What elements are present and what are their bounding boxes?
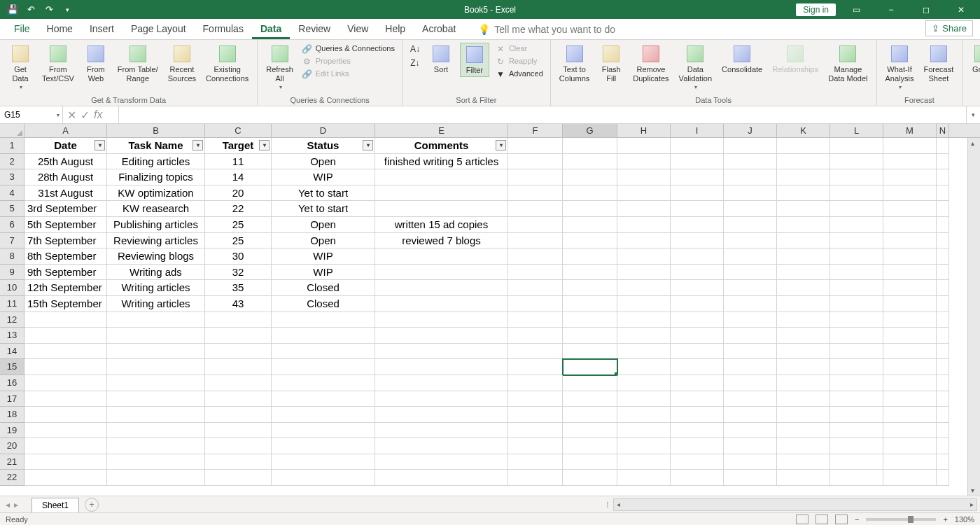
- cell[interactable]: [777, 423, 830, 439]
- cell[interactable]: [671, 217, 724, 233]
- cell[interactable]: [107, 438, 205, 454]
- cell[interactable]: [883, 407, 937, 423]
- cell[interactable]: [830, 438, 883, 454]
- cell[interactable]: [375, 328, 508, 344]
- cell[interactable]: [830, 233, 883, 249]
- enter-icon[interactable]: ✓: [80, 108, 90, 122]
- cell[interactable]: [617, 154, 671, 170]
- cell[interactable]: 31st August: [24, 186, 107, 202]
- cell[interactable]: Task Name▾: [107, 138, 205, 154]
- cell[interactable]: Reviewing articles: [107, 233, 205, 249]
- cell[interactable]: [777, 280, 830, 296]
- cell[interactable]: [830, 359, 883, 375]
- cell[interactable]: [671, 233, 724, 249]
- cell[interactable]: [777, 344, 830, 360]
- cell[interactable]: [777, 470, 830, 486]
- cell[interactable]: [508, 217, 563, 233]
- cell[interactable]: [563, 438, 617, 454]
- cell[interactable]: [671, 359, 724, 375]
- cell[interactable]: KW reasearch: [107, 201, 205, 217]
- cell[interactable]: Comments▾: [375, 138, 508, 154]
- cell[interactable]: [671, 344, 724, 360]
- cell[interactable]: [724, 438, 777, 454]
- cell[interactable]: [508, 138, 563, 154]
- cell[interactable]: [563, 391, 617, 407]
- cell[interactable]: [508, 296, 563, 312]
- cell[interactable]: [724, 407, 777, 423]
- cell[interactable]: [272, 359, 375, 375]
- cell[interactable]: [937, 248, 949, 265]
- row-header-3[interactable]: 3: [0, 169, 24, 186]
- cell[interactable]: [107, 344, 205, 360]
- name-box[interactable]: G15: [0, 106, 63, 123]
- row-header-15[interactable]: 15: [0, 359, 24, 375]
- cell[interactable]: [24, 423, 107, 439]
- cell[interactable]: [205, 375, 272, 391]
- cell[interactable]: [724, 391, 777, 407]
- cell[interactable]: Open: [272, 233, 375, 249]
- qat-dropdown-icon[interactable]: ▾: [59, 2, 76, 18]
- cell[interactable]: [617, 280, 671, 296]
- cell[interactable]: [671, 391, 724, 407]
- cell[interactable]: [724, 375, 777, 391]
- cell[interactable]: [671, 296, 724, 312]
- cell[interactable]: Writing articles: [107, 296, 205, 312]
- row-header-2[interactable]: 2: [0, 154, 24, 170]
- row-header-5[interactable]: 5: [0, 201, 24, 217]
- cell[interactable]: [671, 248, 724, 265]
- cell[interactable]: [375, 375, 508, 391]
- cell[interactable]: [937, 423, 949, 439]
- cell[interactable]: [107, 391, 205, 407]
- save-icon[interactable]: 💾: [4, 2, 21, 18]
- cell[interactable]: [724, 233, 777, 249]
- cell[interactable]: 32: [205, 265, 272, 281]
- cell[interactable]: [107, 407, 205, 423]
- cell[interactable]: 20: [205, 186, 272, 202]
- cell[interactable]: [205, 454, 272, 470]
- cell[interactable]: [272, 407, 375, 423]
- cell[interactable]: [937, 344, 949, 360]
- cell[interactable]: [272, 423, 375, 439]
- cell[interactable]: [508, 423, 563, 439]
- row-header-4[interactable]: 4: [0, 186, 24, 202]
- cell[interactable]: [724, 186, 777, 202]
- cell[interactable]: Open: [272, 154, 375, 170]
- cell[interactable]: [937, 296, 949, 312]
- cell[interactable]: [883, 217, 937, 233]
- cell[interactable]: [205, 328, 272, 344]
- col-header-L[interactable]: L: [830, 124, 883, 137]
- cell[interactable]: [830, 265, 883, 281]
- cell[interactable]: reviewed 7 blogs: [375, 233, 508, 249]
- cell[interactable]: [830, 391, 883, 407]
- cell[interactable]: [671, 265, 724, 281]
- cell[interactable]: [375, 359, 508, 375]
- cell[interactable]: [617, 296, 671, 312]
- cell[interactable]: [777, 217, 830, 233]
- cell[interactable]: [24, 328, 107, 344]
- row-header-11[interactable]: 11: [0, 296, 24, 312]
- cell[interactable]: [563, 233, 617, 249]
- cell[interactable]: [830, 169, 883, 186]
- cell[interactable]: [937, 312, 949, 328]
- cell[interactable]: [883, 312, 937, 328]
- cell[interactable]: [272, 454, 375, 470]
- cell[interactable]: [205, 359, 272, 375]
- cell[interactable]: [724, 169, 777, 186]
- cell[interactable]: [883, 265, 937, 281]
- row-header-16[interactable]: 16: [0, 375, 24, 391]
- cell[interactable]: [671, 201, 724, 217]
- cell[interactable]: [563, 359, 617, 375]
- from-web-button[interactable]: From Web: [81, 43, 111, 84]
- recent-sources-button[interactable]: Recent Sources: [165, 43, 199, 84]
- cell[interactable]: [671, 169, 724, 186]
- cell[interactable]: [883, 359, 937, 375]
- cell[interactable]: [617, 265, 671, 281]
- cell[interactable]: [830, 328, 883, 344]
- cell[interactable]: [671, 470, 724, 486]
- cell[interactable]: [205, 438, 272, 454]
- cell[interactable]: [24, 438, 107, 454]
- cell[interactable]: [777, 248, 830, 265]
- cell[interactable]: 11: [205, 154, 272, 170]
- cell[interactable]: [777, 201, 830, 217]
- cell[interactable]: [563, 138, 617, 154]
